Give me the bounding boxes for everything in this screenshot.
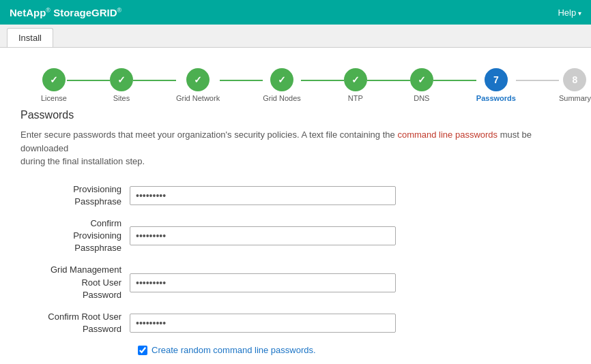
- step-3: ✓ Grid Network: [176, 68, 220, 102]
- step-2-circle: ✓: [110, 68, 133, 91]
- step-1-circle: ✓: [42, 68, 66, 91]
- step-6: ✓ DNS: [410, 68, 433, 102]
- header: NetApp® StorageGRID® Help: [0, 0, 591, 25]
- connector-5-6: [367, 80, 410, 81]
- step-5: ✓ NTP: [344, 68, 367, 102]
- step-1-label: License: [41, 94, 67, 102]
- connector-1-2: [67, 80, 110, 81]
- provisioning-passphrase-label: Provisioning Passphrase: [20, 183, 130, 208]
- step-3-circle: ✓: [186, 68, 210, 91]
- stepper: ✓ License ✓ Sites ✓ Grid Network ✓ Grid …: [41, 68, 591, 102]
- main-content: ✓ License ✓ Sites ✓ Grid Network ✓ Grid …: [0, 48, 591, 364]
- confirm-root-password-input[interactable]: [130, 314, 396, 333]
- connector-7-8: [516, 80, 559, 81]
- random-passwords-row: Create random command line passwords.: [138, 345, 571, 355]
- connector-4-5: [301, 80, 344, 81]
- description-text-1: Enter secure passwords that meet your or…: [20, 130, 395, 140]
- step-5-label: NTP: [348, 94, 363, 102]
- provisioning-passphrase-input[interactable]: [130, 186, 396, 205]
- confirm-root-password-label: Confirm Root User Password: [20, 311, 130, 335]
- connector-3-4: [220, 80, 263, 81]
- confirm-provisioning-passphrase-label: Confirm Provisioning Passphrase: [20, 217, 130, 255]
- step-2: ✓ Sites: [110, 68, 133, 102]
- app-logo: NetApp® StorageGRID®: [10, 7, 121, 18]
- help-menu[interactable]: Help: [558, 7, 581, 18]
- step-4: ✓ Grid Nodes: [263, 68, 301, 102]
- connector-6-7: [433, 80, 476, 81]
- step-8-label: Summary: [559, 94, 591, 102]
- step-8-circle: 8: [563, 68, 586, 91]
- provisioning-passphrase-row: Provisioning Passphrase: [20, 183, 571, 208]
- step-8: 8 Summary: [559, 68, 591, 102]
- confirm-provisioning-passphrase-row: Confirm Provisioning Passphrase: [20, 217, 571, 255]
- section-description: Enter secure passwords that meet your or…: [20, 128, 571, 168]
- step-6-label: DNS: [414, 94, 429, 102]
- command-line-passwords-link[interactable]: command line passwords: [397, 130, 498, 140]
- tab-install[interactable]: Install: [7, 28, 53, 47]
- grid-management-password-label: Grid Management Root User Password: [20, 264, 130, 301]
- tab-bar: Install: [0, 25, 591, 48]
- random-passwords-label[interactable]: Create random command line passwords.: [152, 345, 316, 355]
- step-3-label: Grid Network: [176, 94, 220, 102]
- step-7-circle: 7: [485, 68, 508, 91]
- step-4-label: Grid Nodes: [263, 94, 301, 102]
- step-6-circle: ✓: [410, 68, 433, 91]
- grid-management-password-row: Grid Management Root User Password: [20, 264, 571, 301]
- step-7: 7 Passwords: [476, 68, 516, 102]
- step-4-circle: ✓: [270, 68, 293, 91]
- step-7-label: Passwords: [476, 94, 516, 102]
- random-passwords-checkbox[interactable]: [138, 346, 147, 355]
- grid-management-password-input[interactable]: [130, 273, 396, 292]
- section-title: Passwords: [20, 109, 571, 121]
- description-text-3: during the final installation step.: [20, 156, 145, 166]
- step-2-label: Sites: [113, 94, 130, 102]
- step-1: ✓ License: [41, 68, 67, 102]
- step-5-circle: ✓: [344, 68, 367, 91]
- connector-2-3: [133, 80, 176, 81]
- confirm-root-password-row: Confirm Root User Password: [20, 311, 571, 335]
- confirm-provisioning-passphrase-input[interactable]: [130, 226, 396, 245]
